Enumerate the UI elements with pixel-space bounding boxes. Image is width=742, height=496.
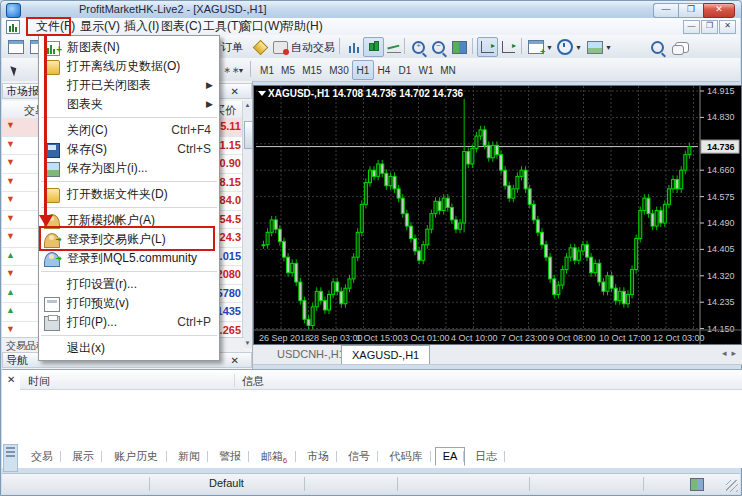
- child-minimize-button[interactable]: —: [683, 20, 700, 34]
- market-watch-close-icon[interactable]: ✕: [231, 85, 239, 99]
- tick-down-icon: ▼: [6, 213, 15, 223]
- terminal-tab-4[interactable]: 警报: [212, 448, 248, 465]
- tab-scroll-arrows[interactable]: ◂ ▸: [722, 348, 736, 358]
- terminal-side-grip[interactable]: [3, 444, 18, 472]
- menu-help[interactable]: 帮助(H): [275, 18, 330, 35]
- file-menu-item-5[interactable]: 保存(S)Ctrl+S: [39, 140, 219, 159]
- close-button[interactable]: ✕: [703, 3, 735, 18]
- window-title: ProfitMarketHK-Live2 - [XAGUSD-,H1]: [79, 3, 267, 15]
- timeframe-MN[interactable]: MN: [436, 60, 460, 80]
- chart-tab-xagusdh1[interactable]: XAGUSD-,H1: [341, 345, 430, 364]
- terminal-panel: ✕ 时间 信息 交易展示账户历史新闻警报邮箱6市场信号代码库EA日志: [2, 369, 742, 468]
- svg-text:10 Oct 17:00: 10 Oct 17:00: [599, 333, 651, 343]
- alert-icon[interactable]: [250, 37, 270, 57]
- file-menu-item-2[interactable]: 打开已关闭图表▶: [39, 76, 219, 95]
- menu-separator: [41, 207, 217, 208]
- tick-down-icon: ▼: [6, 120, 15, 130]
- timeframe-D1[interactable]: D1: [394, 60, 416, 80]
- file-menu-item-3[interactable]: 图表夹▶: [39, 95, 219, 114]
- file-menu-item-6[interactable]: 保存为图片(i)...: [39, 159, 219, 178]
- svg-text:14.660: 14.660: [707, 165, 735, 175]
- indicators-icon[interactable]: +▼: [526, 37, 555, 57]
- market-watch-scrollbar[interactable]: ▲ ▼: [242, 101, 252, 348]
- timeframe-W1[interactable]: W1: [415, 60, 437, 80]
- message-column-header[interactable]: 信息: [242, 374, 264, 389]
- new-chart-icon[interactable]: [5, 37, 27, 57]
- file-menu-item-7[interactable]: 打开数据文件夹(D): [39, 185, 219, 204]
- resize-grip[interactable]: [726, 480, 738, 492]
- user-mql5-icon: [44, 252, 60, 267]
- templates-icon[interactable]: ▼: [585, 37, 614, 57]
- line-chart-icon[interactable]: [383, 37, 404, 57]
- timeframe-M15[interactable]: M15: [298, 60, 326, 80]
- timeframe-M30[interactable]: M30: [325, 60, 353, 80]
- terminal-close-icon[interactable]: ✕: [7, 374, 15, 385]
- status-profile[interactable]: Default: [149, 477, 304, 489]
- time-column-header[interactable]: 时间: [28, 374, 50, 389]
- terminal-tab-7[interactable]: 信号: [341, 448, 377, 465]
- timeframe-M1[interactable]: M1: [256, 60, 278, 80]
- auto-scroll-icon[interactable]: [498, 37, 519, 57]
- maximize-button[interactable]: ❐: [678, 3, 703, 18]
- zoom-out-icon[interactable]: −: [428, 37, 449, 57]
- zoom-in-icon[interactable]: +: [408, 37, 429, 57]
- periods-icon[interactable]: ▼: [556, 37, 583, 57]
- svg-text:14.235: 14.235: [707, 297, 735, 307]
- chart-window[interactable]: 14.91514.83014.66014.57514.49014.40514.3…: [253, 85, 742, 345]
- chart-tab-bar: USDCNH-,H1XAGUSD-,H1 ◂ ▸: [253, 345, 742, 365]
- file-menu-item-1[interactable]: 打开离线历史数据(O): [39, 57, 219, 76]
- menu-separator: [41, 335, 217, 336]
- terminal-tab-5[interactable]: 邮箱6: [253, 448, 295, 465]
- bid-price: 8.15: [220, 176, 241, 188]
- terminal-tab-2[interactable]: 账户历史: [106, 448, 166, 465]
- terminal-tab-ea[interactable]: EA: [435, 447, 465, 466]
- svg-text:4 Oct 10:00: 4 Oct 10:00: [451, 333, 498, 343]
- candlestick-icon[interactable]: [363, 37, 384, 57]
- svg-text:1 Oct 15:00: 1 Oct 15:00: [356, 333, 403, 343]
- tick-down-icon: ▼: [6, 324, 15, 334]
- child-restore-button[interactable]: ❐: [701, 20, 718, 34]
- minimize-button[interactable]: —: [653, 3, 678, 18]
- file-menu-item-4[interactable]: 关闭(C)Ctrl+F4: [39, 121, 219, 140]
- status-bar: Default: [2, 473, 740, 494]
- file-menu-item-11[interactable]: 打印设置(r)...: [39, 275, 219, 294]
- tick-down-icon: ▼: [6, 176, 15, 186]
- terminal-tab-6[interactable]: 市场: [300, 448, 336, 465]
- file-menu-item-9[interactable]: 登录到交易账户(L): [39, 230, 219, 249]
- terminal-tab-0[interactable]: 交易: [24, 448, 60, 465]
- auto-trading-button[interactable]: 自动交易: [270, 37, 338, 57]
- search-icon[interactable]: [647, 37, 667, 57]
- tick-down-icon: ▼: [6, 268, 15, 278]
- terminal-tab-10[interactable]: 日志: [468, 448, 504, 465]
- navigator-close-icon[interactable]: ✕: [231, 353, 239, 368]
- title-bar[interactable]: ProfitMarketHK-Live2 - [XAGUSD-,H1] — ❐ …: [1, 1, 741, 18]
- file-menu-item-13[interactable]: 打印(P)...Ctrl+P: [39, 313, 219, 332]
- terminal-tab-3[interactable]: 新闻: [171, 448, 207, 465]
- child-close-button[interactable]: ✕: [719, 20, 736, 34]
- menu-separator: [41, 117, 217, 118]
- file-menu-item-10[interactable]: 登录到MQL5.community: [39, 249, 219, 268]
- terminal-tab-8[interactable]: 代码库: [382, 448, 430, 465]
- file-menu-item-12[interactable]: 打印预览(v): [39, 294, 219, 313]
- scroll-up-icon[interactable]: ▲: [243, 101, 252, 110]
- scroll-thumb[interactable]: [244, 121, 253, 149]
- file-menu-item-8[interactable]: 开新模拟帐户(A): [39, 211, 219, 230]
- scroll-down-icon[interactable]: ▼: [243, 339, 252, 348]
- bid-price: 2080: [217, 268, 241, 280]
- menu-bar: 文件(F)显示(V)插入(I)图表(C)工具(T)窗口(W)帮助(H) — ❐ …: [2, 18, 740, 36]
- file-menu-item-14[interactable]: 退出(x): [39, 339, 219, 358]
- tile-windows-icon[interactable]: [448, 37, 470, 57]
- bar-chart-icon[interactable]: [343, 37, 364, 57]
- cursor-icon[interactable]: [5, 60, 23, 80]
- shift-end-icon[interactable]: [477, 37, 498, 57]
- file-menu-item-0[interactable]: 新图表(N): [39, 38, 219, 57]
- terminal-tab-1[interactable]: 展示: [65, 448, 101, 465]
- timeframe-H4[interactable]: H4: [373, 60, 395, 80]
- line-studies-icon[interactable]: ∗∗▼: [220, 60, 248, 80]
- tick-up-icon: ▲: [6, 305, 15, 315]
- timeframe-H1[interactable]: H1: [352, 60, 374, 80]
- timeframe-M5[interactable]: M5: [277, 60, 299, 80]
- file-menu-dropdown: 新图表(N)打开离线历史数据(O)打开已关闭图表▶图表夹▶关闭(C)Ctrl+F…: [38, 35, 220, 361]
- chart-window-icon[interactable]: [6, 20, 20, 34]
- chat-icon[interactable]: [670, 37, 694, 57]
